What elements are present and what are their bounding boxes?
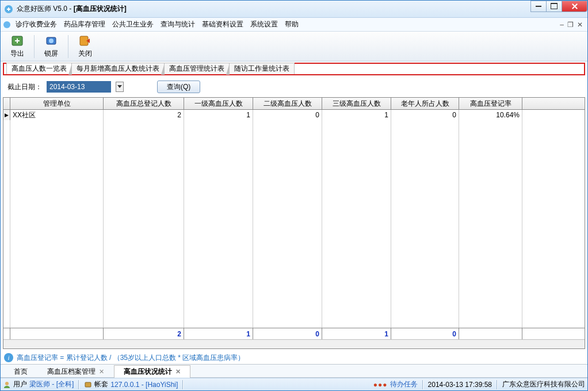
footer-cell: 1 — [184, 328, 253, 339]
user-label: 用户 — [13, 379, 27, 389]
chevron-down-icon — [117, 85, 122, 89]
grid-header: 管理单位 高血压总登记人数 一级高血压人数 二级高血压人数 三级高血压人数 老年… — [3, 98, 585, 110]
account-value[interactable]: 127.0.0.1 - [HaoYiShi] — [110, 381, 178, 389]
window-controls — [531, 3, 587, 15]
grid-footer: 2 1 0 1 0 — [3, 328, 585, 339]
export-label: 导出 — [10, 49, 24, 59]
grid-body: ▶ XX社区 2 1 0 1 0 10.64% — [3, 110, 585, 328]
close-button[interactable]: 关闭 — [72, 33, 98, 60]
footer-cell: 2 — [104, 328, 184, 339]
footer-indicator — [3, 328, 10, 339]
statusbar-separator — [78, 380, 79, 389]
maximize-button[interactable] — [546, 1, 562, 12]
menubar-right: – ❐ ✕ — [560, 21, 585, 29]
query-button[interactable]: 查询(Q) — [157, 80, 200, 93]
toolbar-separator — [68, 35, 68, 58]
title-prefix: 众意好医师 V5.0 - — [17, 5, 74, 13]
column-header[interactable]: 一级高血压人数 — [184, 98, 253, 109]
subtab[interactable]: 高血压人数一览表 — [6, 63, 72, 74]
doc-tab-label: 首页 — [14, 367, 28, 377]
svg-point-4 — [49, 39, 54, 43]
date-input[interactable]: 2014-03-13 — [47, 81, 111, 93]
grid: 管理单位 高血压总登记人数 一级高血压人数 二级高血压人数 三级高血压人数 老年… — [3, 97, 585, 349]
lock-icon — [44, 34, 58, 48]
lock-button[interactable]: 锁屏 — [38, 33, 64, 60]
menu-item[interactable]: 公共卫生业务 — [112, 20, 154, 29]
footer-cell: 1 — [322, 328, 391, 339]
export-icon — [10, 34, 24, 48]
subtab[interactable]: 高血压管理统计表 — [164, 63, 230, 74]
column-header[interactable]: 老年人所占人数 — [391, 98, 459, 109]
menu-item[interactable]: 基础资料设置 — [202, 20, 243, 29]
doc-tab-archive[interactable]: 高血压档案管理✕ — [37, 365, 114, 378]
doc-tab-home[interactable]: 首页 — [4, 365, 37, 378]
column-header[interactable]: 三级高血压人数 — [322, 98, 391, 109]
menu-item[interactable]: 系统设置 — [250, 20, 278, 29]
footer-cell — [459, 328, 522, 339]
toolbar-separator — [34, 35, 35, 58]
date-value: 2014-03-13 — [49, 83, 85, 91]
minimize-button[interactable] — [530, 1, 547, 12]
row-indicator: ▶ — [3, 110, 10, 120]
menu-item[interactable]: 查询与统计 — [161, 20, 195, 29]
app-window: 众意好医师 V5.0 - [高血压状况统计] 诊疗收费业务 药品库存管理 公共卫… — [0, 0, 588, 391]
svg-point-1 — [3, 21, 10, 28]
doc-tab-label: 高血压档案管理 — [47, 367, 96, 377]
user-icon — [3, 381, 11, 389]
horizontal-scrollbar[interactable] — [3, 339, 585, 348]
app-icon — [4, 5, 13, 14]
title-doc: [高血压状况统计] — [74, 5, 127, 13]
menubar: 诊疗收费业务 药品库存管理 公共卫生业务 查询与统计 基础资料设置 系统设置 帮… — [1, 18, 587, 32]
subtab[interactable]: 随访工作量统计表 — [229, 63, 295, 74]
column-header[interactable]: 高血压登记率 — [459, 98, 522, 109]
todo-indicator-icon: ●●● — [373, 381, 388, 389]
mdi-close-button[interactable]: ✕ — [577, 21, 583, 29]
menubar-icon — [3, 21, 11, 29]
statusbar-separator — [182, 380, 184, 389]
cell-total: 2 — [104, 110, 184, 120]
statusbar-separator — [422, 380, 423, 389]
doc-tab-label: 高血压状况统计 — [124, 367, 172, 377]
mdi-minimize-button[interactable]: – — [560, 21, 564, 29]
toolbar: 导出 锁屏 关闭 — [1, 32, 587, 62]
query-bar: 截止日期： 2014-03-13 查询(Q) — [1, 79, 587, 95]
cell-rate: 10.64% — [459, 110, 522, 120]
info-text: 高血压登记率 = 累计登记人数 / （35岁以上人口总数 * 区域高血压患病率） — [17, 353, 245, 363]
export-button[interactable]: 导出 — [4, 33, 30, 60]
close-label: 关闭 — [78, 49, 92, 59]
todo-link[interactable]: 待办任务 — [390, 379, 418, 389]
document-tabs: 首页 高血压档案管理✕ 高血压状况统计✕ — [1, 364, 587, 378]
row-indicator-header — [3, 98, 10, 109]
date-dropdown-button[interactable] — [116, 82, 124, 92]
deadline-label: 截止日期： — [7, 82, 42, 92]
svg-rect-7 — [85, 382, 91, 387]
column-header[interactable]: 管理单位 — [10, 98, 104, 109]
menu-item[interactable]: 诊疗收费业务 — [16, 20, 57, 29]
tab-close-icon[interactable]: ✕ — [99, 368, 104, 375]
cell-l2: 0 — [253, 110, 322, 120]
window-close-button[interactable] — [562, 1, 587, 12]
column-header[interactable]: 二级高血压人数 — [253, 98, 322, 109]
mdi-restore-button[interactable]: ❐ — [567, 21, 574, 29]
cell-unit: XX社区 — [10, 110, 104, 120]
cell-l3: 1 — [322, 110, 391, 120]
subtabs-row: 高血压人数一览表 每月新增高血压人数统计表 高血压管理统计表 随访工作量统计表 — [3, 63, 585, 75]
titlebar: 众意好医师 V5.0 - [高血压状况统计] — [1, 1, 587, 18]
statusbar-separator — [497, 380, 498, 389]
close-icon — [78, 34, 92, 48]
menu-item[interactable]: 帮助 — [285, 20, 299, 29]
company-name: 广东众意医疗科技有限公司 — [502, 379, 585, 389]
footer-cell: 0 — [391, 328, 459, 339]
column-header[interactable]: 高血压总登记人数 — [104, 98, 184, 109]
menu-item[interactable]: 药品库存管理 — [64, 20, 105, 29]
table-row[interactable]: ▶ XX社区 2 1 0 1 0 10.64% — [3, 110, 585, 120]
tab-close-icon[interactable]: ✕ — [175, 368, 181, 375]
user-value[interactable]: 梁医师 - [全科] — [29, 379, 74, 389]
doc-tab-stats[interactable]: 高血压状况统计✕ — [114, 365, 190, 378]
info-icon: i — [4, 353, 13, 362]
subtab[interactable]: 每月新增高血压人数统计表 — [71, 63, 165, 74]
cell-l1: 1 — [184, 110, 253, 120]
footer-cell: 0 — [253, 328, 322, 339]
account-icon — [84, 381, 92, 389]
svg-point-6 — [5, 382, 9, 385]
